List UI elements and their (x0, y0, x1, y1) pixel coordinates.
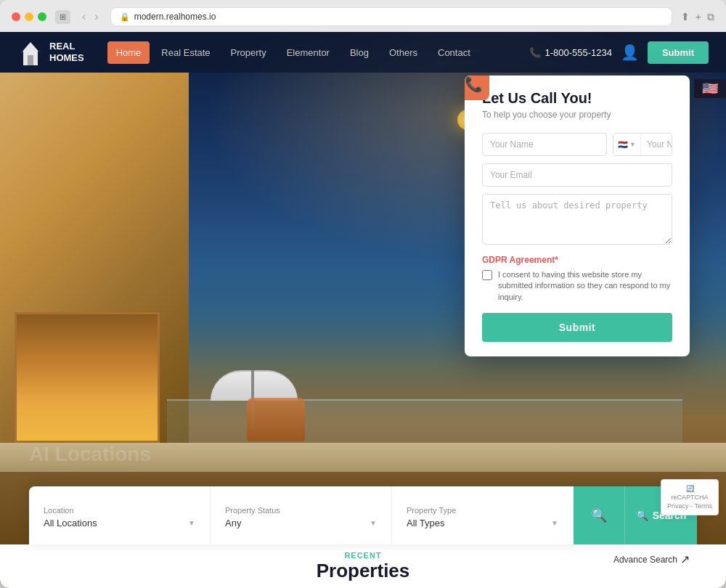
nav-menu: Home Real Estate Property Elementor Blog… (107, 41, 530, 64)
phone-field-container: 🇳🇱 ▼ (613, 133, 672, 156)
account-icon[interactable]: 👤 (621, 44, 639, 61)
captcha-widget[interactable]: 🔄 reCAPTCHA Privacy - Terms (661, 479, 719, 515)
popup-subtitle: To help you choose your property (482, 110, 672, 120)
phone-number: 📞 1-800-555-1234 (529, 47, 612, 58)
flag-corner[interactable]: 🇺🇸 (694, 79, 726, 98)
flag-selector[interactable]: 🇳🇱 ▼ (613, 134, 641, 155)
name-input[interactable] (482, 133, 607, 156)
status-label: Property Status (225, 506, 377, 515)
popup-phone-icon: 📞 (465, 75, 489, 100)
email-input[interactable] (482, 163, 672, 187)
gdpr-text: I consent to having this website store m… (498, 269, 672, 303)
gdpr-label: GDPR Agreement* (482, 255, 672, 265)
recent-section: Recent Properties (0, 544, 726, 588)
phone-icon: 📞 (529, 47, 541, 58)
advance-search-arrow: ↗ (680, 552, 690, 566)
location-label: Location (44, 506, 195, 515)
nav-buttons: ‹ › (79, 10, 102, 23)
magnifier-icon: 🔍 (591, 507, 607, 523)
form-row-email (482, 163, 672, 187)
nav-item-property[interactable]: Property (222, 41, 275, 64)
type-select[interactable]: All Types ▼ (407, 518, 558, 528)
message-textarea[interactable] (482, 194, 672, 245)
url-text: modern.realhomes.io (134, 12, 216, 22)
search-icon-button[interactable]: 🔍 (574, 486, 624, 544)
location-chevron-icon: ▼ (188, 519, 195, 527)
popup-title: Let Us Call You! (482, 90, 672, 107)
navbar: REAL HOMES Home Real Estate Property Ele… (0, 32, 726, 73)
search-bar: Location All Locations ▼ Property Status… (29, 486, 697, 544)
phone-input[interactable] (641, 134, 672, 155)
location-select[interactable]: All Locations ▼ (44, 518, 195, 528)
popup-card: 📞 Let Us Call You! To help you choose yo… (465, 75, 690, 356)
minimize-button[interactable] (25, 12, 33, 21)
status-field[interactable]: Property Status Any ▼ (211, 486, 392, 544)
tabs-button[interactable]: ⧉ (707, 11, 714, 23)
interior-room (15, 312, 160, 443)
security-icon: 🔒 (120, 12, 130, 22)
captcha-label: reCAPTCHA (671, 494, 708, 501)
captcha-privacy: Privacy - Terms (667, 502, 712, 510)
advance-search[interactable]: Advance Search ↗ (613, 552, 690, 566)
popup-body: 🇳🇱 ▼ GDPR Agreement* (465, 133, 690, 356)
address-bar[interactable]: 🔒 modern.realhomes.io (110, 7, 672, 26)
type-field[interactable]: Property Type All Types ▼ (392, 486, 574, 544)
ai-locations-text: AI Locations (29, 443, 151, 466)
share-button[interactable]: ⬆ (681, 11, 690, 23)
maximize-button[interactable] (38, 12, 46, 21)
nav-item-elementor[interactable]: Elementor (278, 41, 338, 64)
location-field[interactable]: Location All Locations ▼ (29, 486, 211, 544)
people-figure (247, 398, 305, 441)
traffic-lights (12, 12, 46, 21)
forward-button[interactable]: › (91, 10, 101, 23)
window-view-btn[interactable]: ⊞ (55, 10, 70, 24)
recent-tag: Recent (344, 551, 381, 560)
logo-area[interactable]: REAL HOMES (17, 36, 84, 68)
gdpr-section: GDPR Agreement* I consent to having this… (482, 255, 672, 303)
page-content: AI Locations 🇺🇸 REAL HOMES (0, 32, 726, 588)
nav-item-home[interactable]: Home (107, 41, 150, 64)
recent-title: Properties (317, 560, 410, 582)
close-button[interactable] (12, 12, 20, 21)
type-label: Property Type (407, 506, 558, 515)
navbar-submit-button[interactable]: Submit (648, 41, 709, 64)
back-button[interactable]: ‹ (79, 10, 89, 23)
gdpr-checkbox[interactable] (482, 270, 492, 280)
nav-right: 📞 1-800-555-1234 👤 Submit (529, 41, 709, 64)
browser-actions: ⬆ + ⧉ (681, 11, 714, 23)
advance-search-label: Advance Search (613, 555, 677, 565)
nav-item-realestate[interactable]: Real Estate (152, 41, 219, 64)
nav-item-others[interactable]: Others (380, 41, 426, 64)
status-chevron-icon: ▼ (370, 519, 377, 527)
recaptcha-icon: 🔄 (686, 485, 694, 492)
logo-icon (17, 36, 44, 68)
netherlands-flag: 🇳🇱 (618, 140, 628, 150)
search-btn-icon: 🔍 (636, 510, 648, 521)
gdpr-check-row: I consent to having this website store m… (482, 269, 672, 303)
status-select[interactable]: Any ▼ (225, 518, 377, 528)
nav-item-contact[interactable]: Contact (429, 41, 479, 64)
logo-text: REAL HOMES (49, 41, 84, 63)
browser-chrome: ⊞ ‹ › 🔒 modern.realhomes.io ⬆ + ⧉ (0, 0, 726, 32)
nav-item-blog[interactable]: Blog (341, 41, 378, 64)
new-tab-button[interactable]: + (696, 11, 701, 23)
popup-header: Let Us Call You! To help you choose your… (465, 75, 690, 133)
popup-submit-button[interactable]: Submit (482, 313, 672, 342)
type-chevron-icon: ▼ (551, 519, 558, 527)
svg-rect-0 (28, 55, 33, 65)
form-row-name-phone: 🇳🇱 ▼ (482, 133, 672, 156)
browser-window: ⊞ ‹ › 🔒 modern.realhomes.io ⬆ + ⧉ (0, 0, 726, 588)
